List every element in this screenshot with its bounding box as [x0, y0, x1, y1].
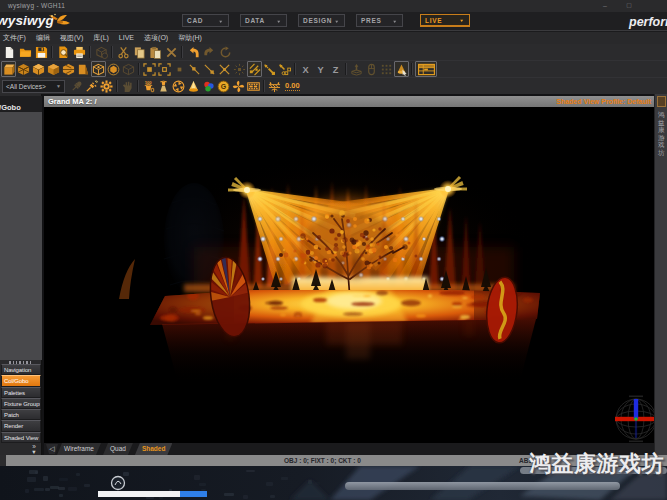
snap-grid-button[interactable] [379, 62, 394, 77]
view-perspective-button[interactable] [76, 62, 91, 77]
intensity-100-button[interactable]: 100 [141, 79, 156, 94]
minimize-button[interactable]: – [598, 0, 612, 11]
draw-hatch-button[interactable] [247, 61, 262, 77]
paste-button[interactable] [147, 45, 163, 60]
view-front-button[interactable] [1, 61, 16, 77]
print-preview-button[interactable] [55, 45, 71, 60]
view-top-button[interactable] [61, 62, 76, 77]
open-file-button[interactable] [17, 45, 33, 60]
delete-button[interactable] [163, 45, 179, 60]
view-back-button[interactable] [16, 62, 31, 77]
redo-button[interactable] [201, 45, 217, 60]
link-tool-button[interactable] [262, 62, 277, 77]
cube-facet-icon [62, 63, 75, 76]
right-strip-button[interactable] [657, 96, 666, 107]
device-selector[interactable]: <All Devices> ▼ [2, 80, 65, 93]
toolbar-separator [51, 46, 53, 58]
grab-fixture-button[interactable] [120, 79, 135, 94]
mode-tab-data[interactable]: DATA▼ [240, 14, 287, 27]
undo-button[interactable] [185, 45, 201, 60]
focus-beam-button[interactable] [394, 61, 409, 77]
menu-item[interactable]: 选项(O) [144, 32, 168, 44]
print-button[interactable] [71, 45, 87, 60]
lock-z-axis-button[interactable]: Z [328, 62, 343, 77]
point-sun-icon [233, 63, 246, 76]
mode-tab-cad[interactable]: CAD▼ [182, 14, 229, 27]
break-link-tool-button[interactable] [277, 62, 292, 77]
menu-item[interactable]: 库(L) [93, 32, 109, 44]
view-left-button[interactable] [31, 62, 46, 77]
window-title: wysiwyg - WGH11 [8, 0, 65, 12]
view-tab-wireframe[interactable]: Wireframe [57, 443, 101, 455]
fixture-focus-button[interactable] [156, 79, 171, 94]
menu-item[interactable]: 视图(V) [60, 32, 83, 44]
vertical-watermark: 鸿益康游戏坊 [658, 111, 666, 156]
position-control-button[interactable] [267, 79, 282, 94]
sidebar-button-patch[interactable]: Patch [1, 409, 41, 420]
new-file-button[interactable] [1, 45, 17, 60]
watermark-text: 鸿益康游戏坊 [529, 449, 664, 479]
cross-x-icon [218, 63, 231, 76]
lock-y-axis-button[interactable]: Y [313, 62, 328, 77]
view-ghost-button[interactable] [121, 62, 136, 77]
stage-3d-canvas[interactable] [44, 107, 654, 443]
sidebar-button-palettes[interactable]: Palettes [1, 387, 41, 398]
disconnect-device-button[interactable] [69, 79, 84, 94]
deselect-all-button[interactable] [217, 62, 232, 77]
select-line-button[interactable] [187, 62, 202, 77]
axis-x-icon: X [299, 63, 312, 76]
mode-tab-design[interactable]: DESIGN▼ [298, 14, 345, 27]
select-line-end-button[interactable] [202, 62, 217, 77]
viewport-header[interactable]: Grand MA 2: / Shaded View Profile: Defau… [44, 96, 654, 107]
menu-item[interactable]: LIVE [119, 32, 134, 44]
select-glow-button[interactable] [232, 62, 247, 77]
view-right-button[interactable] [46, 62, 61, 77]
mouse-mode-button[interactable] [364, 62, 379, 77]
mode-tab-live[interactable]: LIVE▼ [420, 14, 470, 27]
view-orbit-button[interactable] [106, 62, 121, 77]
sidebar-button-shaded-view[interactable]: Shaded View ... [1, 432, 41, 443]
connect-device-button[interactable] [84, 79, 99, 94]
sidebar-button-navigation[interactable]: Navigation [1, 364, 41, 375]
menu-item[interactable]: 文件(F) [3, 32, 26, 44]
shutter-control-button[interactable] [231, 79, 246, 94]
sidebar-button-fixture-groups[interactable]: Fixture Groups [1, 398, 41, 409]
view-tab-quad[interactable]: Quad [103, 443, 133, 455]
timecode-label[interactable]: 0.00 [285, 81, 300, 91]
stage-elevation-button[interactable] [349, 62, 364, 77]
gobo-control-button[interactable]: G [216, 79, 231, 94]
select-frame-button[interactable] [142, 62, 157, 77]
status-bar-notch [0, 455, 6, 466]
patch-view-button[interactable] [415, 61, 437, 77]
color-control-button[interactable] [201, 79, 216, 94]
sidebar-overflow[interactable]: » ▾ [27, 444, 41, 454]
svg-text:Z: Z [333, 65, 339, 75]
device-settings-button[interactable] [99, 79, 114, 94]
shaded-view-profile-label[interactable]: Shaded View Profile: Default [556, 96, 651, 107]
chevron-down-icon: ▼ [218, 18, 224, 23]
export-3d-button[interactable] [93, 45, 109, 60]
mode-tab-pres[interactable]: PRES▼ [356, 14, 403, 27]
iris-control-button[interactable] [171, 79, 186, 94]
select-scale-button[interactable] [157, 62, 172, 77]
menu-item[interactable]: 编辑 [36, 32, 50, 44]
frame-scale-icon [158, 63, 171, 76]
wysiwyg-application-window: wysiwyg - WGH11 – ▢ wysiwyg CAD▼DATA▼DES… [0, 0, 667, 500]
maximize-button[interactable]: ▢ [622, 0, 636, 11]
cut-button[interactable] [115, 45, 131, 60]
media-control-button[interactable] [246, 79, 261, 94]
copy-button[interactable] [131, 45, 147, 60]
lock-x-axis-button[interactable]: X [298, 62, 313, 77]
view-iso-button[interactable] [91, 61, 106, 77]
save-file-button[interactable] [33, 45, 49, 60]
sidebar-panel-title: Col/Gobo [0, 96, 42, 112]
sidebar-panel-body[interactable] [0, 112, 42, 360]
menu-item[interactable]: 帮助(H) [178, 32, 202, 44]
view-tab-shaded[interactable]: Shaded [135, 443, 172, 455]
sidebar-overflow-arrow-icon[interactable]: ▾ [27, 449, 41, 454]
sidebar-button-col-gobo[interactable]: Col/Gobo [1, 375, 41, 386]
refresh-button[interactable] [217, 45, 233, 60]
select-point-button[interactable] [172, 62, 187, 77]
sidebar-button-render[interactable]: Render [1, 420, 41, 431]
beam-control-button[interactable] [186, 79, 201, 94]
